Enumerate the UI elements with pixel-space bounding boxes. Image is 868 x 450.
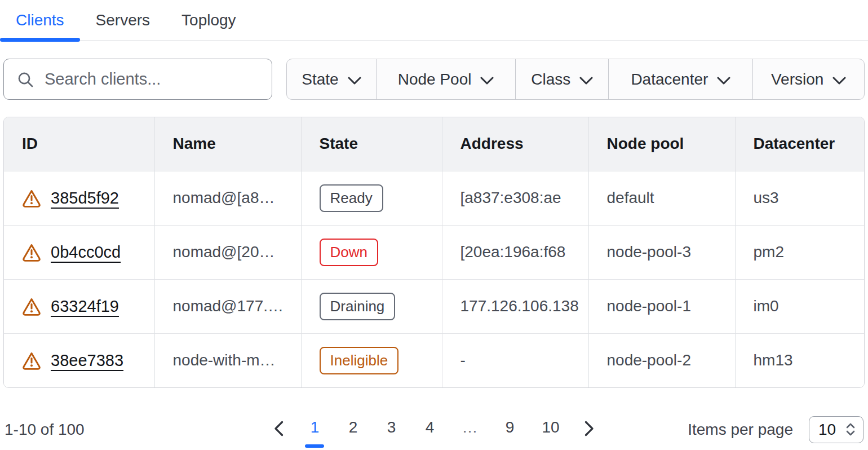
filter-datacenter[interactable]: Datacenter <box>608 59 752 99</box>
warning-icon <box>22 297 41 316</box>
page-ellipsis: … <box>457 415 482 444</box>
tab-topology-label: Toplogy <box>181 11 236 29</box>
column-header-state: State <box>301 117 442 171</box>
table-row[interactable]: 63324f19 nomad@177.… Draining 177.126.10… <box>4 279 864 333</box>
items-per-page-value: 10 <box>818 421 836 439</box>
toolbar: State Node Pool Class Datacenter Version <box>3 59 865 100</box>
tab-servers[interactable]: Servers <box>80 0 166 40</box>
chevron-down-icon <box>579 71 593 89</box>
table-header-row: ID Name State Address Node pool Datacent… <box>4 117 864 171</box>
chevron-down-icon <box>480 71 494 89</box>
warning-icon <box>22 351 41 370</box>
state-badge: Draining <box>320 293 396 320</box>
chevron-left-icon <box>274 421 284 438</box>
client-datacenter: pm2 <box>735 225 864 279</box>
filter-state[interactable]: State <box>287 59 376 99</box>
tab-bar: Clients Servers Toplogy <box>0 0 868 41</box>
client-address: 177.126.106.138 <box>442 279 588 333</box>
client-address: [20ea:196a:f68 <box>442 225 588 279</box>
client-node-pool: default <box>588 171 735 225</box>
client-datacenter: hm13 <box>735 333 864 387</box>
pagination-bar: 1-10 of 100 1 2 3 4 … 9 10 Items per pag… <box>5 409 863 450</box>
tab-clients[interactable]: Clients <box>0 0 80 40</box>
page-button-3[interactable]: 3 <box>380 415 402 444</box>
filter-class-label: Class <box>531 70 570 89</box>
state-badge: Ready <box>320 184 383 212</box>
page-button-4[interactable]: 4 <box>419 415 440 444</box>
filter-datacenter-label: Datacenter <box>631 70 708 89</box>
client-name: nomad@[a8… <box>154 171 301 225</box>
column-header-name: Name <box>154 117 301 171</box>
table-row[interactable]: 0b4cc0cd nomad@[20… Down [20ea:196a:f68 … <box>4 225 864 279</box>
client-id-link[interactable]: 385d5f92 <box>51 189 119 208</box>
next-page-button[interactable] <box>581 417 597 442</box>
pager: 1 2 3 4 … 9 10 <box>271 415 597 444</box>
client-name: nomad@[20… <box>154 225 301 279</box>
client-node-pool: node-pool-3 <box>588 225 735 279</box>
filter-version-label: Version <box>771 70 823 89</box>
filter-version[interactable]: Version <box>752 59 864 99</box>
column-header-node-pool: Node pool <box>588 117 735 171</box>
client-datacenter: im0 <box>735 279 864 333</box>
chevron-down-icon <box>832 71 846 89</box>
column-header-id: ID <box>4 117 154 171</box>
chevron-down-icon <box>717 71 730 89</box>
page-button-2[interactable]: 2 <box>342 415 364 444</box>
select-arrows-icon <box>845 422 856 437</box>
page-button-9[interactable]: 9 <box>499 415 520 444</box>
filter-node-pool[interactable]: Node Pool <box>376 59 515 99</box>
tab-clients-label: Clients <box>16 11 64 29</box>
client-datacenter: us3 <box>735 171 864 225</box>
search-box[interactable] <box>3 59 272 100</box>
warning-icon <box>22 188 41 208</box>
tab-servers-label: Servers <box>96 11 150 29</box>
client-node-pool: node-pool-2 <box>588 333 735 387</box>
search-icon <box>16 70 34 89</box>
page-button-10[interactable]: 10 <box>537 415 564 444</box>
state-badge: Ineligible <box>320 347 399 374</box>
column-header-datacenter: Datacenter <box>735 117 864 171</box>
tab-topology[interactable]: Toplogy <box>166 0 252 40</box>
client-id-link[interactable]: 0b4cc0cd <box>51 243 121 262</box>
pagination-range: 1-10 of 100 <box>5 421 271 439</box>
items-per-page: Items per page 10 <box>597 416 863 443</box>
table-row[interactable]: 38ee7383 node-with-m… Ineligible - node-… <box>4 333 864 387</box>
client-id-link[interactable]: 38ee7383 <box>51 351 123 370</box>
page-button-1[interactable]: 1 <box>304 415 325 444</box>
filter-node-pool-label: Node Pool <box>398 70 472 89</box>
client-node-pool: node-pool-1 <box>588 279 735 333</box>
table-row[interactable]: 385d5f92 nomad@[a8… Ready [a837:e308:ae … <box>4 171 864 225</box>
client-id-link[interactable]: 63324f19 <box>51 297 119 316</box>
filter-class[interactable]: Class <box>515 59 608 99</box>
client-address: [a837:e308:ae <box>442 171 588 225</box>
clients-table: ID Name State Address Node pool Datacent… <box>3 117 865 388</box>
client-address: - <box>442 333 588 387</box>
chevron-right-icon <box>584 421 594 438</box>
items-per-page-select[interactable]: 10 <box>809 416 863 443</box>
chevron-down-icon <box>348 71 361 89</box>
items-per-page-label: Items per page <box>688 421 793 439</box>
warning-icon <box>22 242 41 262</box>
search-input[interactable] <box>45 70 259 89</box>
previous-page-button[interactable] <box>271 417 287 442</box>
filter-state-label: State <box>302 70 338 89</box>
state-badge: Down <box>320 239 378 266</box>
column-header-address: Address <box>442 117 588 171</box>
filter-group: State Node Pool Class Datacenter Version <box>286 59 865 100</box>
client-name: node-with-m… <box>154 333 301 387</box>
client-name: nomad@177.… <box>154 279 301 333</box>
